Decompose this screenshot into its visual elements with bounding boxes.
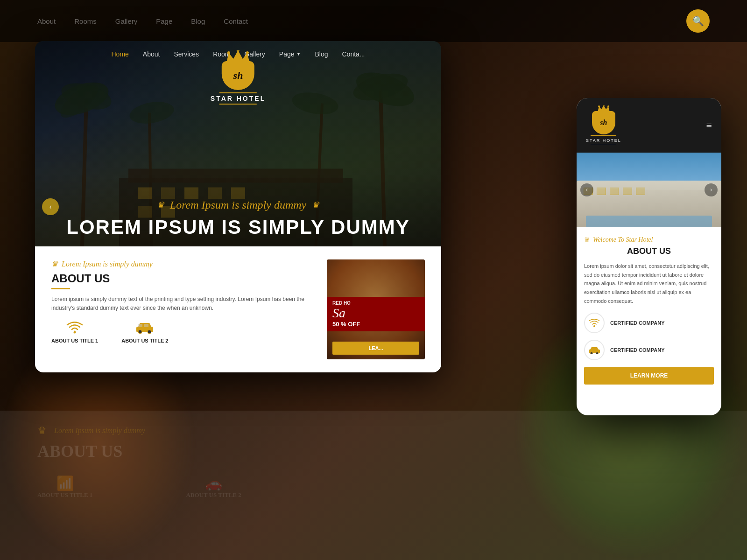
mobile-carousel-prev[interactable]: ‹ [580, 183, 593, 196]
svg-point-22 [227, 51, 230, 54]
bg-nav-page: Page [156, 17, 172, 25]
about-script-line: ♛ Lorem Ipsum is simply dummy [51, 259, 317, 268]
about-icon-car: ABOUT US TITLE 2 [121, 320, 168, 343]
bg-script-label: Lorem Ipsum is simply dummy [54, 427, 145, 435]
mobile-welcome-line: ♛ Welcome To Star Hotel [584, 236, 714, 244]
sale-off: 50 % OFF [332, 321, 419, 328]
mobile-hotel-name: STAR HOTEL [586, 138, 621, 143]
crown-icon [224, 50, 252, 63]
logo-text: STAR HOTEL [211, 91, 266, 106]
about-icon2-label: ABOUT US TITLE 2 [121, 338, 168, 343]
wifi-icon [66, 320, 83, 334]
dropdown-arrow: ▼ [296, 51, 301, 56]
mobile-wifi-icon [589, 319, 599, 327]
mobile-initials: sh [600, 119, 607, 127]
mobile-car-icon [588, 346, 600, 354]
bg-about-icons: 📶 ABOUT US TITLE 1 🚗 ABOUT US TITLE 2 [37, 475, 710, 499]
svg-point-35 [593, 325, 595, 327]
bg-crown-icon: ♛ [37, 425, 47, 437]
hero-title: LOREM IPSUM IS SIMPLY DUMMY [54, 216, 423, 238]
sale-store: RED HO [332, 301, 419, 306]
svg-point-23 [237, 50, 240, 52]
about-icon1-label: ABOUT US TITLE 1 [51, 338, 98, 343]
mobile-learn-btn[interactable]: LEARN MORE [584, 367, 714, 385]
bg-nav-contact: Contact [224, 17, 248, 25]
mobile-about-section: ♛ Welcome To Star Hotel ABOUT US Lorem i… [577, 227, 721, 393]
mobile-divider [591, 135, 616, 136]
svg-point-29 [138, 330, 142, 334]
svg-point-32 [598, 105, 600, 107]
bg-about-title: ABOUT US [37, 441, 710, 461]
bg-bottom-section: ♛ Lorem Ipsum is simply dummy ABOUT US 📶… [0, 411, 747, 560]
about-text-column: ♛ Lorem Ipsum is simply dummy ABOUT US L… [51, 259, 317, 359]
bg-nav-about: About [37, 17, 56, 25]
about-img-bg: RED HO Sa 50 % OFF LEA... [327, 259, 425, 359]
desktop-logo: sh STAR HOTEL [211, 50, 266, 106]
svg-point-30 [148, 330, 151, 334]
nav-about[interactable]: About [143, 50, 160, 58]
bg-nav-blog: Blog [191, 17, 205, 25]
mobile-cert-wifi-icon [584, 313, 605, 333]
hamburger-menu[interactable]: ≡ [706, 119, 712, 132]
nav-services[interactable]: Services [174, 50, 199, 58]
svg-point-38 [596, 352, 599, 355]
crown-left: ♛ [157, 200, 164, 210]
mobile-about-heading: ABOUT US [584, 246, 714, 256]
svg-point-33 [603, 105, 605, 106]
desktop-mockup: sh STAR HOTEL Home About Services Room G… [35, 41, 441, 372]
about-crown-icon: ♛ [51, 259, 58, 268]
mobile-header: sh STAR HOTEL ≡ [577, 98, 721, 153]
nav-page[interactable]: Page ▼ [279, 50, 301, 58]
about-icon-wifi: ABOUT US TITLE 1 [51, 320, 98, 343]
bg-nav-gallery: Gallery [115, 17, 138, 25]
mobile-welcome-text: Welcome To Star Hotel [593, 236, 653, 244]
crown-right: ♛ [312, 200, 319, 210]
mobile-divider2 [591, 144, 616, 144]
learn-more-button[interactable]: LEA... [332, 342, 419, 355]
about-underline [51, 288, 70, 289]
mobile-about-body: Lorem ipsum dolor sit amet, consectetur … [584, 262, 714, 305]
mobile-hero-image: ‹ › [577, 153, 721, 227]
car-icon [135, 320, 154, 334]
about-body: Lorem ipsum is simply dummy text of the … [51, 295, 317, 313]
mobile-cert2-label: CERTIFIED COMPANY [610, 347, 665, 353]
logo-hotel-name: STAR HOTEL [211, 95, 266, 102]
nav-contact[interactable]: Conta... [342, 50, 365, 58]
mobile-cert1-label: CERTIFIED COMPANY [610, 320, 665, 326]
desktop-about: ♛ Lorem Ipsum is simply dummy ABOUT US L… [35, 246, 441, 372]
svg-point-37 [591, 352, 593, 355]
hero-content: ♛ Lorem Ipsum is simply dummy ♛ LOREM IP… [35, 198, 441, 238]
red-banner: RED HO Sa 50 % OFF [327, 297, 425, 331]
sale-script: Sa [332, 306, 419, 321]
bg-topbar: About Rooms Gallery Page Blog Contact 🔍 [0, 0, 747, 42]
mobile-crown-icon: ♛ [584, 236, 590, 244]
mobile-carousel-next[interactable]: › [705, 183, 718, 196]
mobile-logo: sh STAR HOTEL [586, 105, 621, 145]
bg-icon2-label: ABOUT US TITLE 2 [186, 491, 241, 499]
svg-rect-28 [144, 324, 148, 327]
svg-point-24 [246, 51, 249, 54]
mobile-cert-item-2: CERTIFIED COMPANY [584, 340, 714, 360]
bg-nav: About Rooms Gallery Page Blog Contact [37, 17, 248, 25]
bg-icon1-label: ABOUT US TITLE 1 [37, 491, 92, 499]
svg-point-25 [74, 331, 76, 334]
nav-blog[interactable]: Blog [315, 50, 328, 58]
bg-search-button[interactable]: 🔍 [686, 9, 710, 33]
logo-initials: sh [233, 70, 243, 82]
svg-point-34 [607, 105, 609, 107]
svg-rect-27 [138, 324, 142, 327]
mobile-cert-car-icon [584, 340, 605, 360]
bg-nav-rooms: Rooms [74, 17, 97, 25]
mobile-pool [586, 216, 712, 227]
mobile-mockup: sh STAR HOTEL ≡ ‹ › ♛ Welcome To [577, 98, 721, 415]
carousel-prev[interactable]: ‹ [42, 198, 59, 215]
about-heading: ABOUT US [51, 272, 317, 285]
about-image: RED HO Sa 50 % OFF LEA... [327, 259, 425, 359]
hero-subtitle: ♛ Lorem Ipsum is simply dummy ♛ [54, 198, 423, 211]
mobile-cert-item-1: CERTIFIED COMPANY [584, 313, 714, 333]
about-icons-row: ABOUT US TITLE 1 ABOUT US TITLE 2 [51, 320, 317, 343]
nav-home[interactable]: Home [111, 50, 128, 58]
mobile-badge: sh [592, 111, 615, 134]
